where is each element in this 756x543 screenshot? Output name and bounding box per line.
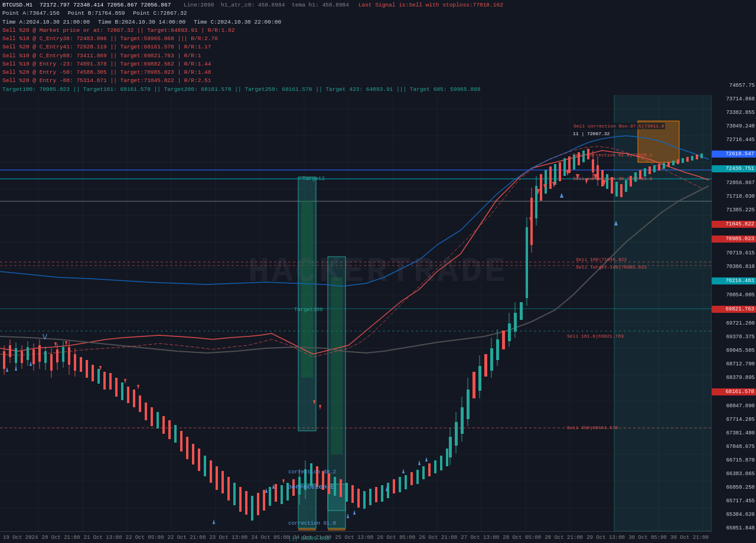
svg-rect-43 <box>331 277 343 454</box>
price-65384: 65384.626 <box>712 512 756 518</box>
targets: Target100: 70985.023 || Target161: 68161… <box>2 86 481 93</box>
price-68712: 68712.700 <box>712 361 756 367</box>
svg-rect-203 <box>691 156 693 161</box>
svg-rect-171 <box>549 166 552 189</box>
svg-rect-169 <box>540 174 542 201</box>
price-70054: 70054.005 <box>712 292 756 298</box>
svg-marker-223 <box>6 367 8 372</box>
svg-rect-138 <box>434 460 436 473</box>
time-0: 19 Oct 2024 <box>3 535 38 541</box>
svg-rect-86 <box>139 395 141 412</box>
svg-marker-233 <box>418 460 421 465</box>
price-71385: 71385.225 <box>712 207 756 213</box>
title-line: BTCUSD.H1 72172.797 72348.414 72056.867 … <box>2 1 754 9</box>
svg-rect-123 <box>346 483 348 502</box>
time-1: 20 Oct 21:00 <box>42 535 80 541</box>
svg-rect-82 <box>115 378 118 397</box>
price-69045: 69045.505 <box>712 348 756 354</box>
svg-rect-157 <box>502 331 505 349</box>
chart-area[interactable]: V Target2 Target100 correction 38.2 corr… <box>0 83 712 531</box>
svg-rect-131 <box>393 479 395 493</box>
svg-rect-84 <box>127 387 129 403</box>
svg-rect-162 <box>520 302 523 320</box>
price-66715: 66715.870 <box>712 457 756 463</box>
symbol: BTCUSD.H1 <box>2 2 32 8</box>
time-9: 26 Oct 05:00 <box>377 535 415 541</box>
svg-rect-45 <box>298 528 316 531</box>
svg-rect-97 <box>204 456 206 476</box>
svg-rect-85 <box>133 390 135 407</box>
svg-rect-94 <box>186 437 188 459</box>
svg-rect-194 <box>649 166 651 174</box>
time-12: 28 Oct 05:00 <box>503 535 541 541</box>
svg-rect-139 <box>440 456 442 470</box>
price-68047: 68047.090 <box>712 403 756 409</box>
time-axis: 19 Oct 2024 20 Oct 21:00 21 Oct 13:00 22… <box>0 531 712 543</box>
svg-marker-213 <box>319 405 321 410</box>
svg-rect-188 <box>620 184 623 197</box>
price-70216: 70216.483 <box>712 277 756 284</box>
price-72056: 72056.867 <box>712 180 756 186</box>
time-7: 24 Oct 21:00 <box>293 535 331 541</box>
svg-rect-122 <box>340 479 342 497</box>
targets-line: Target100: 70985.023 || Target161: 68161… <box>2 86 754 94</box>
svg-rect-104 <box>245 491 247 515</box>
time-c: Time C:2024.10.30 22:00:00 <box>194 19 281 25</box>
svg-rect-197 <box>663 163 665 169</box>
svg-rect-76 <box>80 357 82 372</box>
svg-rect-100 <box>221 471 224 493</box>
time-15: 30 Oct 05:00 <box>628 535 667 541</box>
price-70386: 70386.810 <box>712 264 756 270</box>
price-67381: 67381.480 <box>712 430 756 436</box>
svg-marker-227 <box>265 488 268 493</box>
svg-rect-196 <box>658 164 660 171</box>
time-10: 26 Oct 21:00 <box>419 535 457 541</box>
sell-10-23: Sell %10 @ Entry -23: 74091.378 || Targe… <box>2 61 211 67</box>
svg-rect-107 <box>263 490 265 511</box>
top-bar: BTCUSD.H1 72172.797 72348.414 72056.867 … <box>0 0 756 95</box>
svg-marker-224 <box>15 366 17 371</box>
time-3: 22 Oct 05:00 <box>126 535 164 541</box>
svg-rect-88 <box>151 407 153 426</box>
chart-container: BTCUSD.H1 72172.797 72348.414 72056.867 … <box>0 0 756 543</box>
price-73714: 73714.868 <box>712 96 756 102</box>
atr-info: h1_atr_c0: 458.8984 <box>221 2 285 8</box>
svg-rect-205 <box>700 153 703 158</box>
price-69821: 69821.763 <box>712 306 756 313</box>
svg-rect-95 <box>192 444 194 465</box>
line-info: Line:2898 <box>184 2 214 8</box>
svg-rect-79 <box>97 369 100 384</box>
price-axis: 74057.75 73714.868 73382.055 73049.240 7… <box>712 83 756 531</box>
svg-marker-232 <box>402 469 405 473</box>
price-65051: 65051.848 <box>712 525 756 531</box>
svg-marker-210 <box>137 385 139 390</box>
time-13: 28 Oct 21:00 <box>545 535 583 541</box>
price-71045: 71045.822 <box>712 221 756 228</box>
sell-10-38-line: Sell %10 @ C_Entry38: 72483.896 || Targe… <box>2 35 754 43</box>
sell-correction-382-label: Sell correction 38.2|72483.8 <box>573 176 652 181</box>
price-74057: 74057.75 <box>712 83 756 89</box>
time-11: 27 Oct 13:00 <box>461 535 499 541</box>
price-68379: 68379.895 <box>712 375 756 381</box>
last-signal: Last Signal is:Sell with stoploss:77018.… <box>359 2 503 8</box>
svg-rect-189 <box>625 180 627 192</box>
price-67048: 67048.675 <box>712 444 756 450</box>
svg-rect-91 <box>168 420 171 439</box>
price-73049: 73049.240 <box>712 123 756 129</box>
svg-rect-199 <box>672 161 674 165</box>
svg-rect-133 <box>405 475 407 489</box>
svg-rect-96 <box>198 449 200 471</box>
chart-svg: V <box>0 83 712 531</box>
svg-rect-83 <box>121 382 123 400</box>
time-a: Time A:2024.10.30 21:00:00 <box>2 19 90 25</box>
svg-rect-127 <box>369 489 372 505</box>
svg-rect-136 <box>422 466 425 479</box>
svg-rect-201 <box>682 158 684 163</box>
svg-rect-98 <box>210 460 212 483</box>
svg-rect-200 <box>677 159 679 164</box>
svg-rect-102 <box>233 483 236 505</box>
svg-marker-234 <box>425 457 428 462</box>
price-69721: 69721.200 <box>712 320 756 326</box>
svg-text:V: V <box>43 333 47 341</box>
time-4: 22 Oct 21:00 <box>167 535 206 541</box>
